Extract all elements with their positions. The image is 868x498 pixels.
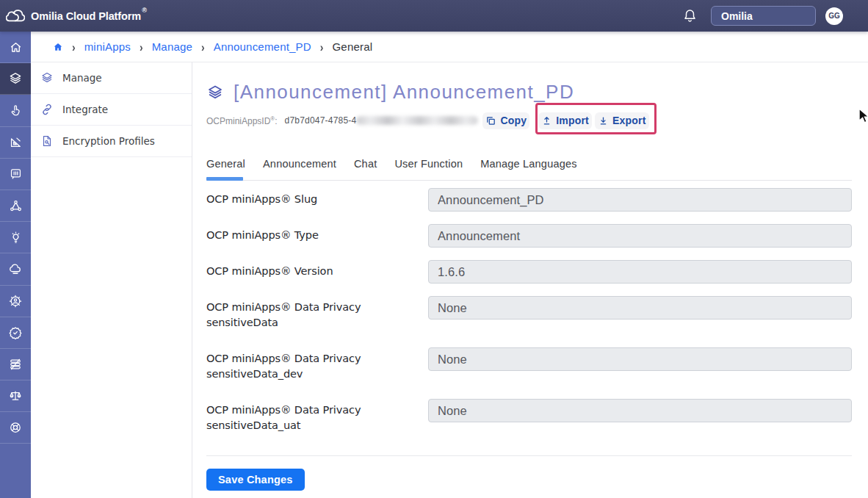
tab-manage-languages[interactable]: Manage Languages (480, 158, 576, 180)
form-row-slug: OCP miniApps® Slug (206, 188, 852, 212)
top-bar: Omilia Cloud Platform® Omilia GG (0, 0, 868, 32)
avatar-initials: GG (828, 12, 840, 20)
brand-name-text: Omilia Cloud Platform (31, 10, 141, 22)
form-row-version: OCP miniApps® Version (206, 260, 852, 284)
sensitivedata-uat-input[interactable] (428, 399, 852, 422)
miniapp-layers-icon (206, 84, 224, 101)
export-button-label: Export (612, 115, 646, 126)
tab-bar: General Announcement Chat User Function … (206, 158, 852, 181)
sensitivedata-uat-label-line2: sensitiveData_uat (206, 419, 300, 431)
link-icon (40, 103, 54, 116)
form-divider (206, 455, 852, 456)
icon-sidebar (0, 32, 31, 498)
side-menu-label: Integrate (62, 104, 108, 115)
rail-kiosk-icon[interactable] (0, 159, 31, 190)
notifications-bell-icon[interactable] (684, 9, 696, 23)
copy-button[interactable]: Copy (482, 112, 529, 129)
user-avatar[interactable]: GG (825, 7, 843, 25)
brand-registered-mark: ® (142, 7, 147, 14)
rail-home-icon[interactable] (0, 32, 31, 63)
breadcrumb: › miniApps › Manage › Announcement_PD › … (31, 32, 868, 62)
annotation-highlight-box: Import Export (538, 112, 648, 129)
organization-selector-value: Omilia (721, 10, 753, 22)
cloud-logo-icon (6, 10, 25, 22)
rail-lightbulb-icon[interactable] (0, 222, 31, 253)
page-title: [Announcement] Announcement_PD (234, 81, 574, 104)
form-row-sensitivedata: OCP miniApps® Data PrivacysensitiveData (206, 296, 852, 334)
sensitivedata-label: OCP miniApps® Data PrivacysensitiveData (206, 296, 428, 331)
upload-icon (541, 115, 552, 126)
form-row-sensitivedata-dev: OCP miniApps® Data PrivacysensitiveData_… (206, 347, 852, 386)
import-button-label: Import (556, 115, 589, 126)
copy-icon (485, 115, 496, 126)
export-button[interactable]: Export (595, 112, 649, 129)
breadcrumb-separator: › (201, 40, 205, 54)
import-button[interactable]: Import (538, 112, 592, 129)
side-menu-label: Encryption Profiles (62, 135, 155, 147)
miniapp-id-redacted-blur (356, 116, 478, 125)
side-menu-item-integrate[interactable]: Integrate (31, 94, 192, 126)
main-content: [Announcement] Announcement_PD OCPminiAp… (192, 62, 868, 498)
sensitivedata-input[interactable] (428, 296, 852, 320)
miniapp-id-label: OCPminiAppsID®: (206, 115, 278, 126)
rail-cloud-chat-icon[interactable] (0, 253, 31, 285)
sensitivedata-dev-label-line1: OCP miniApps® Data Privacy (206, 353, 361, 364)
miniapp-id-value: d7b7d047-4785-4 (285, 115, 357, 126)
breadcrumb-current-general: General (333, 40, 373, 53)
sensitivedata-dev-input[interactable] (428, 347, 852, 371)
breadcrumb-separator: › (140, 40, 143, 54)
rail-badge-check-icon[interactable] (0, 317, 31, 349)
tab-chat[interactable]: Chat (354, 158, 377, 180)
rail-hand-gesture-icon[interactable] (0, 95, 31, 126)
rail-gear-user-icon[interactable] (0, 286, 31, 317)
type-input[interactable] (428, 224, 852, 248)
rail-set-square-icon[interactable] (0, 127, 31, 159)
save-changes-button[interactable]: Save Changes (206, 469, 305, 491)
file-key-icon (40, 134, 54, 148)
side-menu-label: Manage (62, 72, 102, 84)
sensitivedata-uat-label: OCP miniApps® Data PrivacysensitiveData_… (206, 399, 428, 433)
rail-lifebuoy-icon[interactable] (0, 412, 31, 444)
tab-announcement[interactable]: Announcement (263, 158, 336, 180)
version-label: OCP miniApps® Version (206, 260, 428, 279)
form-row-type: OCP miniApps® Type (206, 224, 852, 248)
slug-label: OCP miniApps® Slug (206, 188, 428, 207)
miniapp-id-label-colon: : (275, 116, 277, 126)
rail-scale-icon[interactable] (0, 380, 31, 412)
breadcrumb-separator: › (72, 40, 76, 54)
sensitivedata-label-line2: sensitiveData (206, 317, 278, 328)
slug-input[interactable] (428, 188, 852, 212)
general-form: OCP miniApps® Slug OCP miniApps® Type OC… (206, 188, 852, 491)
breadcrumb-home-icon[interactable] (53, 42, 63, 52)
layers-icon (40, 71, 54, 84)
miniapp-id-label-text: OCPminiAppsID (206, 116, 270, 126)
download-icon (598, 115, 609, 126)
side-menu: Manage Integrate (31, 62, 192, 498)
breadcrumb-manage[interactable]: Manage (152, 40, 192, 53)
form-row-sensitivedata-uat: OCP miniApps® Data PrivacysensitiveData_… (206, 399, 852, 437)
copy-button-label: Copy (500, 115, 527, 126)
sensitivedata-dev-label-line2: sensitiveData_dev (206, 368, 303, 380)
organization-selector[interactable]: Omilia (711, 6, 816, 26)
sensitivedata-label-line1: OCP miniApps® Data Privacy (206, 301, 361, 313)
breadcrumb-separator: › (320, 40, 324, 54)
rail-stack-icon[interactable] (0, 349, 31, 380)
tab-user-function[interactable]: User Function (394, 158, 463, 180)
brand: Omilia Cloud Platform® (0, 10, 146, 22)
rail-miniapps-layers-icon[interactable] (0, 63, 31, 95)
sensitivedata-dev-label: OCP miniApps® Data PrivacysensitiveData_… (206, 347, 428, 382)
breadcrumb-announcement-pd[interactable]: Announcement_PD (214, 40, 311, 53)
side-menu-item-manage[interactable]: Manage (31, 62, 192, 94)
side-menu-item-encryption-profiles[interactable]: Encryption Profiles (31, 126, 192, 157)
type-label: OCP miniApps® Type (206, 224, 428, 243)
rail-network-icon[interactable] (0, 190, 31, 222)
sensitivedata-uat-label-line1: OCP miniApps® Data Privacy (206, 404, 361, 416)
version-input[interactable] (428, 260, 852, 284)
tab-general[interactable]: General (206, 158, 245, 180)
brand-name: Omilia Cloud Platform® (31, 10, 146, 22)
breadcrumb-miniapps[interactable]: miniApps (84, 40, 131, 53)
